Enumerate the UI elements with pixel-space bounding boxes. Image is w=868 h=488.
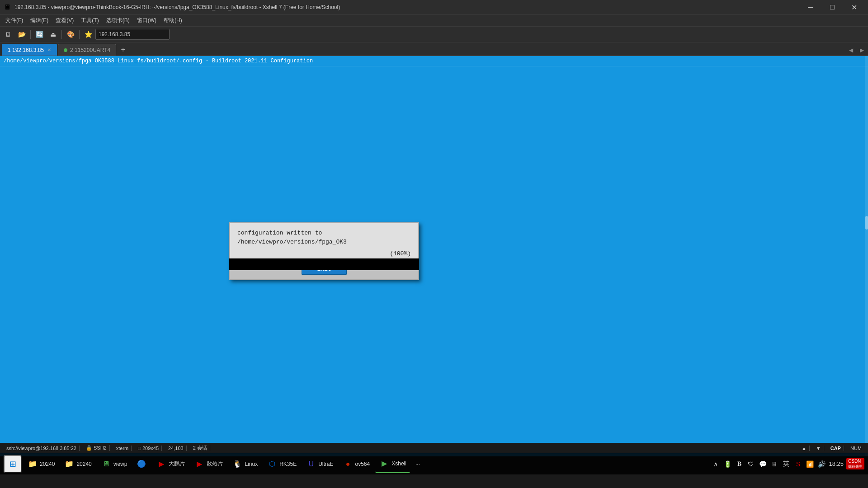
toolbar: 🖥 📂 🔄 ⏏ 🎨 ⭐ (0, 26, 868, 42)
maximize-button[interactable]: □ (822, 0, 843, 14)
more-label: ··· (415, 461, 420, 467)
tray-battery: 🔋 (723, 460, 732, 469)
toolbar-new-session[interactable]: 🖥 (2, 28, 14, 41)
toolbar-sep2 (61, 30, 62, 39)
status-size: □ 209x45 (135, 446, 162, 451)
menu-bar: 文件(F) 编辑(E) 查看(V) 工具(T) 选项卡(B) 窗口(W) 帮助(… (0, 14, 868, 26)
terminal-scrollbar[interactable] (865, 56, 868, 456)
tab-bar: 1 192.168.3.85 ✕ 2 115200UART4 + ◀ ▶ (0, 42, 868, 56)
taskbar-app-ultra[interactable]: U UltraE (302, 455, 337, 473)
menu-window[interactable]: 窗口(W) (133, 16, 160, 25)
title-bar: 🖥 192.168.3.85 - viewpro@viewpro-ThinkBo… (0, 0, 868, 14)
menu-file[interactable]: 文件(F) (2, 16, 27, 25)
dialog-content: configuration written to /home/viewpro/v… (230, 223, 418, 250)
dapeng-icon: ▶ (156, 459, 167, 469)
rk35-icon: ⬡ (267, 459, 278, 469)
taskbar-app-viewp[interactable]: 🖥 viewp (97, 455, 131, 473)
status-cap: CAP (828, 446, 844, 451)
status-connection-text: ssh://viewpro@192.168.3.85:22 (6, 446, 76, 451)
title-text: 192.168.3.85 - viewpro@viewpro-ThinkBook… (14, 4, 340, 10)
taskbar-clock[interactable]: 18:25 (829, 460, 844, 467)
tray-monitor: 🖥 (770, 460, 779, 469)
status-num: NUM (848, 446, 864, 451)
ultra-label: UltraE (318, 461, 333, 467)
window-controls: ─ □ ✕ (800, 0, 864, 14)
tray-chevron[interactable]: ∧ (711, 460, 720, 469)
viewp-icon: 🖥 (101, 459, 112, 469)
tab-bar-right: ◀ ▶ (846, 46, 866, 56)
toolbar-reconnect[interactable]: 🔄 (33, 28, 46, 41)
menu-tools[interactable]: 工具(T) (77, 16, 102, 25)
browser-icon: 🔵 (136, 459, 147, 469)
status-arrow-up[interactable]: ▲ (799, 446, 810, 451)
taskbar: ⊞ 📁 20240 📁 20240 🖥 viewp 🔵 ▶ 大鹏片 ▶ 散热片 … (0, 453, 868, 474)
terminal-scrollbar-thumb[interactable] (865, 216, 868, 230)
tray-antivirus2: S (793, 460, 802, 469)
linux-icon: 🐧 (232, 459, 243, 469)
toolbar-sep1 (30, 30, 31, 39)
tray-wechat[interactable]: 💬 (758, 460, 767, 469)
status-ssh-text: SSH2 (94, 445, 107, 450)
tab-session2[interactable]: 2 115200UART4 (58, 44, 116, 56)
taskbar-app-dapeng[interactable]: ▶ 大鹏片 (152, 455, 189, 473)
ov564-label: ov564 (355, 461, 370, 467)
status-position: 24,103 (165, 446, 187, 451)
terminal-main[interactable]: /home/viewpro/versions/fpga_OK3588_Linux… (0, 56, 868, 456)
tray-volume[interactable]: 🔊 (817, 460, 826, 469)
menu-help[interactable]: 帮助(H) (160, 16, 186, 25)
title-bar-left: 🖥 192.168.3.85 - viewpro@viewpro-ThinkBo… (4, 3, 340, 11)
tray-lang[interactable]: 英 (782, 460, 791, 469)
status-size-icon: □ (138, 446, 141, 451)
menu-edit[interactable]: 编辑(E) (27, 16, 52, 25)
dialog-message: configuration written to /home/viewpro/v… (237, 230, 347, 245)
menu-view[interactable]: 查看(V) (52, 16, 77, 25)
taskbar-app-folder2[interactable]: 📁 20240 (60, 455, 95, 473)
tab-session1[interactable]: 1 192.168.3.85 ✕ (2, 44, 57, 56)
ultra-icon: U (306, 459, 316, 469)
tab-scroll-right[interactable]: ▶ (857, 46, 866, 55)
start-button[interactable]: ⊞ (4, 455, 22, 473)
menu-tabs[interactable]: 选项卡(B) (103, 16, 133, 25)
taskbar-app-more[interactable]: ··· (412, 455, 424, 473)
app-icon: 🖥 (4, 3, 11, 11)
folder2-label: 20240 (76, 461, 91, 467)
folder1-icon: 📁 (27, 459, 38, 469)
tray-bluetooth[interactable]: 𝐁 (735, 460, 744, 469)
tab-scroll-left[interactable]: ◀ (846, 46, 855, 55)
status-connection: ssh://viewpro@192.168.3.85:22 (4, 446, 80, 451)
tab1-label: 1 192.168.3.85 (8, 47, 44, 53)
toolbar-star[interactable]: ⭐ (82, 28, 94, 41)
tray-wifi[interactable]: 📶 (805, 460, 814, 469)
status-ssh-icon: 🔒 (86, 445, 92, 450)
dapeng-label: 大鹏片 (169, 460, 185, 468)
taskbar-app-linux[interactable]: 🐧 Linux (228, 455, 261, 473)
status-term: xterm (113, 446, 132, 451)
status-arrow-down[interactable]: ▼ (813, 446, 824, 451)
taskbar-app-ov564[interactable]: ● ov564 (339, 455, 374, 473)
viewp-label: viewp (113, 461, 127, 467)
status-sessions: 2 会话 (190, 445, 210, 451)
cool-icon: ▶ (194, 459, 205, 469)
toolbar-sep3 (79, 30, 80, 39)
folder2-icon: 📁 (64, 459, 75, 469)
toolbar-open[interactable]: 📂 (15, 28, 28, 41)
taskbar-app-cool[interactable]: ▶ 散热片 (190, 455, 226, 473)
toolbar-disconnect[interactable]: ⏏ (47, 28, 59, 41)
toolbar-color[interactable]: 🎨 (64, 28, 77, 41)
csdn-badge[interactable]: CSDN临待先生 (846, 458, 864, 469)
minimize-button[interactable]: ─ (800, 0, 821, 14)
taskbar-app-browser[interactable]: 🔵 (132, 455, 151, 473)
tab1-close[interactable]: ✕ (47, 47, 51, 52)
close-button[interactable]: ✕ (844, 0, 864, 14)
status-ssh: 🔒 SSH2 (83, 445, 110, 451)
address-input[interactable] (95, 29, 170, 40)
xshell-status-bar: ssh://viewpro@192.168.3.85:22 🔒 SSH2 xte… (0, 443, 868, 453)
dialog-progress-text: (100%) (390, 250, 411, 257)
clock-time: 18:25 (829, 460, 844, 467)
tab2-label: 2 115200UART4 (70, 47, 110, 53)
taskbar-app-rk35[interactable]: ⬡ RK35E (263, 455, 300, 473)
tab-add-button[interactable]: + (117, 44, 129, 56)
taskbar-right: ∧ 🔋 𝐁 🛡 💬 🖥 英 S 📶 🔊 18:25 CSDN临待先生 (711, 458, 864, 469)
taskbar-app-folder1[interactable]: 📁 20240 (24, 455, 58, 473)
taskbar-app-xshell[interactable]: ▶ Xshell (375, 455, 410, 473)
